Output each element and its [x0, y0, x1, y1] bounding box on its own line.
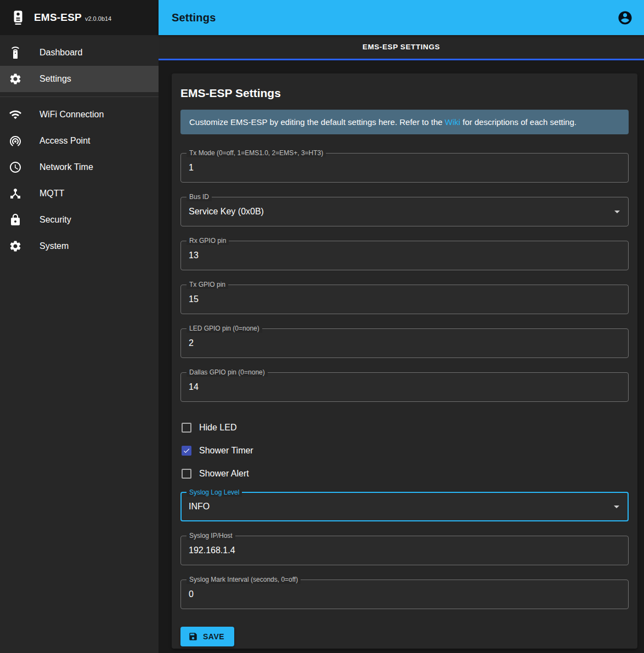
field-label: Syslog Mark Interval (seconds, 0=off) — [187, 576, 301, 584]
lock-icon — [9, 213, 22, 226]
field-syslog-log-level[interactable]: Syslog Log Level INFO — [180, 492, 629, 521]
sidebar-item-dashboard[interactable]: Dashboard — [0, 39, 159, 66]
content-column: Settings EMS-ESP SETTINGS EMS-ESP Settin… — [159, 0, 644, 653]
field-value: 13 — [189, 251, 199, 260]
wifi-tethering-icon — [9, 134, 22, 147]
checkbox-shower-timer[interactable]: Shower Timer — [180, 439, 629, 462]
field-value: 0 — [189, 589, 194, 599]
field-value: 15 — [189, 294, 199, 304]
remote-icon — [9, 46, 22, 59]
field-label: Syslog IP/Host — [187, 532, 235, 540]
checkbox-hide-led[interactable]: Hide LED — [180, 416, 629, 439]
sidebar-item-label: WiFi Connection — [39, 110, 104, 120]
field-syslog-mark-interval[interactable]: Syslog Mark Interval (seconds, 0=off) 0 — [180, 580, 629, 609]
app-logo-bar: EMS-ESP v2.0.0b14 — [0, 0, 159, 35]
field-label: Tx GPIO pin — [187, 281, 228, 289]
main-content: EMS-ESP Settings Customize EMS-ESP by ed… — [159, 60, 644, 653]
banner-text: for descriptions of each setting. — [460, 117, 577, 127]
app-title: EMS-ESP — [34, 12, 82, 24]
field-value: 14 — [189, 382, 199, 392]
arrow-dropdown-icon — [610, 500, 623, 513]
checkbox-unchecked-icon[interactable] — [182, 469, 191, 479]
checkbox-label: Hide LED — [199, 423, 236, 433]
clock-icon — [9, 161, 22, 174]
sidebar-item-label: Network Time — [39, 162, 93, 172]
sidebar-item-mqtt[interactable]: MQTT — [0, 180, 159, 207]
wifi-icon — [9, 108, 22, 121]
field-dallas-gpio-pin[interactable]: Dallas GPIO pin (0=none) 14 — [180, 372, 629, 402]
checkbox-label: Shower Timer — [199, 446, 253, 456]
sidebar-item-label: Dashboard — [39, 48, 82, 58]
sidebar-item-wifi-connection[interactable]: WiFi Connection — [0, 101, 159, 128]
settings-card: EMS-ESP Settings Customize EMS-ESP by ed… — [172, 73, 637, 649]
app-logo-icon — [9, 8, 27, 27]
app-version: v2.0.0b14 — [85, 15, 111, 22]
wiki-link[interactable]: Wiki — [445, 117, 460, 127]
card-heading: EMS-ESP Settings — [180, 87, 629, 100]
field-syslog-ip-host[interactable]: Syslog IP/Host 192.168.1.4 — [180, 536, 629, 565]
gear-icon — [9, 240, 22, 253]
checkbox-unchecked-icon[interactable] — [182, 423, 191, 433]
account-button[interactable] — [613, 6, 636, 29]
tab-ems-esp-settings[interactable]: EMS-ESP SETTINGS — [363, 43, 440, 51]
field-value: 192.168.1.4 — [189, 546, 235, 555]
field-value: 2 — [189, 338, 194, 348]
field-label: LED GPIO pin (0=none) — [187, 325, 262, 333]
account-circle-icon — [617, 10, 633, 26]
gear-icon — [9, 72, 22, 86]
sidebar: EMS-ESP v2.0.0b14 Dashboard Settings — [0, 0, 159, 653]
field-rx-gpio-pin[interactable]: Rx GPIO pin 13 — [180, 241, 629, 270]
save-button[interactable]: SAVE — [180, 627, 234, 646]
sidebar-item-label: Settings — [39, 74, 71, 84]
field-label: Syslog Log Level — [187, 489, 242, 497]
arrow-dropdown-icon — [611, 205, 624, 218]
info-banner: Customize EMS-ESP by editing the default… — [180, 110, 629, 134]
device-hub-icon — [9, 187, 22, 200]
field-label: Tx Mode (0=off, 1=EMS1.0, 2=EMS+, 3=HT3) — [187, 149, 326, 157]
page-title: Settings — [172, 12, 613, 24]
field-label: Dallas GPIO pin (0=none) — [187, 368, 268, 377]
field-tx-gpio-pin[interactable]: Tx GPIO pin 15 — [180, 285, 629, 314]
field-led-gpio-pin[interactable]: LED GPIO pin (0=none) 2 — [180, 328, 629, 358]
app-root: EMS-ESP v2.0.0b14 Dashboard Settings — [0, 0, 644, 653]
tabbar: EMS-ESP SETTINGS — [159, 35, 644, 60]
sidebar-item-label: Security — [39, 215, 71, 225]
checkbox-group: Hide LED Shower Timer Shower Alert — [180, 416, 629, 485]
field-tx-mode[interactable]: Tx Mode (0=off, 1=EMS1.0, 2=EMS+, 3=HT3)… — [180, 153, 629, 183]
sidebar-item-settings[interactable]: Settings — [0, 66, 159, 92]
field-value: INFO — [189, 502, 210, 512]
field-value: Service Key (0x0B) — [189, 207, 264, 217]
sidebar-item-label: MQTT — [39, 189, 64, 198]
field-bus-id[interactable]: Bus ID Service Key (0x0B) — [180, 197, 629, 226]
appbar: Settings — [159, 0, 644, 35]
sidebar-item-system[interactable]: System — [0, 233, 159, 259]
sidebar-item-network-time[interactable]: Network Time — [0, 154, 159, 180]
field-value: 1 — [189, 163, 194, 173]
sidebar-item-label: System — [39, 241, 69, 251]
checkbox-checked-icon[interactable] — [182, 446, 191, 456]
sidebar-item-access-point[interactable]: Access Point — [0, 128, 159, 154]
app-title-wrap: EMS-ESP v2.0.0b14 — [34, 12, 111, 24]
field-label: Rx GPIO pin — [187, 237, 229, 245]
sidebar-menu: Dashboard Settings WiFi Connection A — [0, 35, 159, 259]
save-button-label: SAVE — [203, 632, 224, 641]
sidebar-item-security[interactable]: Security — [0, 207, 159, 233]
sidebar-divider — [0, 96, 159, 97]
checkbox-shower-alert[interactable]: Shower Alert — [180, 462, 629, 485]
save-icon — [188, 632, 198, 641]
banner-text: Customize EMS-ESP by editing the default… — [189, 117, 445, 127]
field-label: Bus ID — [187, 193, 212, 201]
checkbox-label: Shower Alert — [199, 469, 249, 479]
sidebar-item-label: Access Point — [39, 136, 90, 146]
